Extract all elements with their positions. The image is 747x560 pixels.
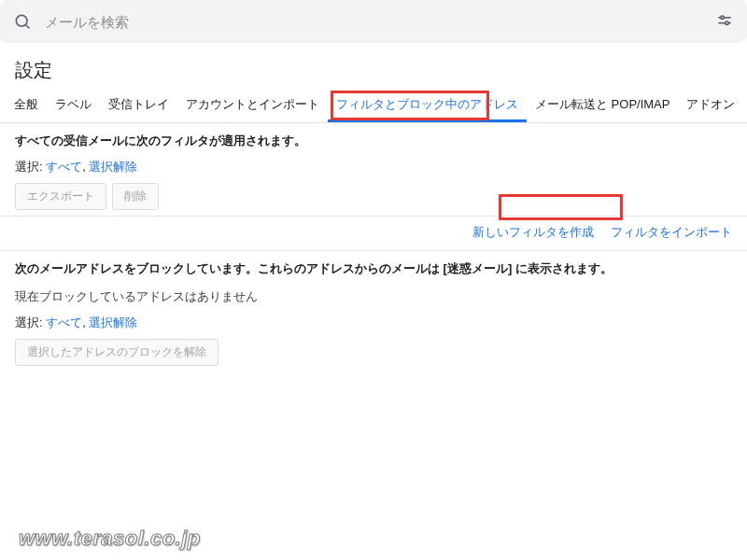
tab-forwarding[interactable]: メール転送と POP/IMAP (527, 89, 678, 122)
blocked-empty-text: 現在ブロックしているアドレスはありません (15, 285, 732, 315)
filter-links-row: 新しいフィルタを作成 フィルタをインポート (0, 217, 747, 251)
filters-button-row: エクスポート 削除 (15, 183, 732, 210)
settings-tabs: 全般 ラベル 受信トレイ アカウントとインポート フィルタとブロック中のアドレス… (0, 89, 747, 123)
filters-select-line: 選択: すべて, 選択解除 (15, 159, 732, 175)
blocked-section: 次のメールアドレスをブロックしています。これらのアドレスからのメールは [迷惑メ… (0, 251, 747, 371)
tab-inbox[interactable]: 受信トレイ (100, 89, 177, 122)
tab-accounts[interactable]: アカウントとインポート (177, 89, 328, 122)
export-button[interactable]: エクスポート (15, 183, 106, 210)
blocked-section-title: 次のメールアドレスをブロックしています。これらのアドレスからのメールは [迷惑メ… (15, 260, 732, 277)
filters-section: すべての受信メールに次のフィルタが適用されます。 選択: すべて, 選択解除 エ… (0, 123, 747, 217)
svg-point-3 (721, 16, 724, 19)
blocked-select-line: 選択: すべて, 選択解除 (15, 315, 732, 331)
svg-line-1 (26, 25, 30, 29)
tab-filters[interactable]: フィルタとブロック中のアドレス (328, 89, 527, 122)
tab-general[interactable]: 全般 (6, 89, 47, 122)
delete-button[interactable]: 削除 (112, 183, 159, 210)
import-filter-link[interactable]: フィルタをインポート (611, 225, 732, 239)
search-input[interactable] (45, 14, 715, 30)
search-tune-icon[interactable] (715, 12, 734, 31)
filters-section-title: すべての受信メールに次のフィルタが適用されます。 (15, 133, 732, 149)
watermark: www.terasol.co.jp (19, 526, 201, 551)
tab-chat[interactable]: チャットと (743, 89, 747, 122)
blocked-select-all-link[interactable]: すべて (46, 315, 82, 329)
select-label-blocked: 選択: (15, 315, 43, 329)
tab-labels[interactable]: ラベル (47, 89, 100, 122)
tab-addons[interactable]: アドオン (678, 89, 743, 122)
create-filter-link[interactable]: 新しいフィルタを作成 (472, 225, 594, 239)
search-bar[interactable] (0, 0, 747, 43)
search-icon (13, 12, 32, 31)
select-none-link[interactable]: 選択解除 (89, 160, 137, 174)
unblock-button[interactable]: 選択したアドレスのブロックを解除 (15, 339, 218, 366)
select-all-link[interactable]: すべて (46, 160, 82, 174)
blocked-select-none-link[interactable]: 選択解除 (89, 315, 137, 329)
svg-point-0 (16, 15, 27, 26)
select-label: 選択: (15, 160, 43, 174)
page-title: 設定 (0, 49, 747, 89)
svg-point-5 (726, 21, 728, 24)
